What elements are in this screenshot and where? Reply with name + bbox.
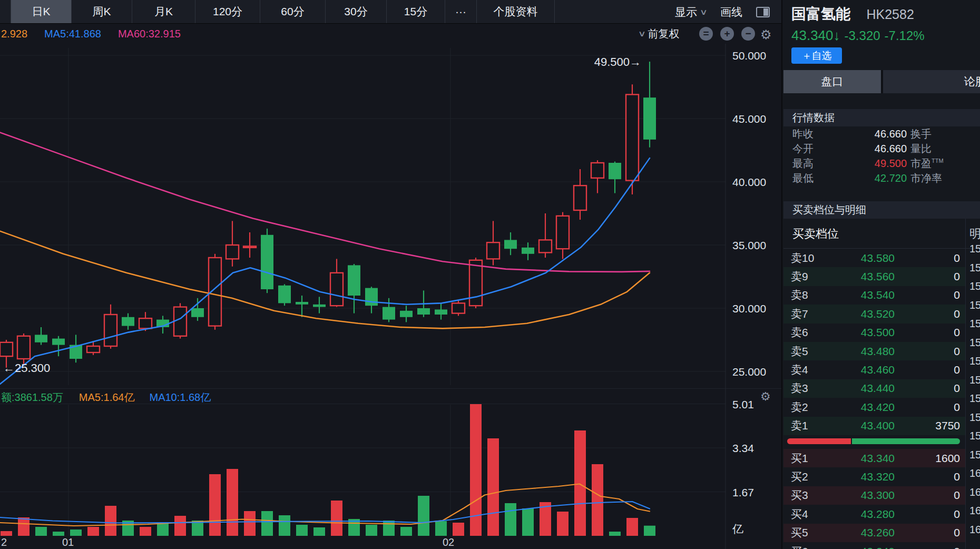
- candlestick-chart[interactable]: 50.00045.00040.00035.00030.00025.00049.5…: [0, 44, 781, 389]
- volume-bar: [383, 521, 395, 536]
- level-price: 43.320: [823, 470, 895, 483]
- level-label: 买1: [791, 451, 808, 466]
- level-label: 卖4: [791, 362, 808, 377]
- volume-bar: [453, 523, 464, 536]
- trade-time: 15: [969, 408, 980, 427]
- period-tab-个股资料[interactable]: 个股资料: [477, 0, 555, 23]
- bid-ask-ratio-bar: [787, 438, 960, 444]
- bid-row-买1[interactable]: 买143.3401600: [783, 449, 965, 467]
- ask-row-卖6[interactable]: 卖643.5000: [783, 323, 965, 342]
- bid-row-买3[interactable]: 买343.3000: [783, 486, 965, 505]
- trade-time: 15: [969, 427, 980, 446]
- period-tab-120分[interactable]: 120分: [195, 0, 260, 23]
- quote-label-2: 市盈TTM: [910, 156, 944, 171]
- candle-body-up: [243, 246, 256, 248]
- candle-body-up: [574, 185, 586, 210]
- candle-body-up: [556, 216, 569, 249]
- level-price: 43.280: [823, 508, 895, 521]
- quote-label: 昨收: [792, 127, 814, 141]
- trading-terminal: 日K周K月K120分60分30分15分···个股资料 显示 ∨ 画线 2.928…: [0, 0, 980, 549]
- level-volume: 0: [897, 489, 960, 502]
- period-tab-60分[interactable]: 60分: [260, 0, 326, 23]
- ask-row-卖1[interactable]: 卖143.4003750: [783, 417, 965, 435]
- candle-body-down: [278, 286, 291, 303]
- order-book-header: 买卖档位与明细: [783, 201, 980, 219]
- period-tab-日K[interactable]: 日K: [11, 0, 72, 23]
- candle-body-down: [643, 97, 656, 140]
- candle-body-up: [539, 240, 552, 252]
- volume-bar: [644, 526, 655, 536]
- tab-order-levels[interactable]: 买卖档位: [792, 226, 839, 242]
- candle-body-down: [296, 302, 308, 305]
- volume-bar: [105, 506, 116, 536]
- volume-axis-label: 亿: [732, 523, 743, 535]
- trade-time: 15: [969, 446, 980, 465]
- bid-row-买4[interactable]: 买443.2800: [783, 505, 965, 523]
- bid-row-买2[interactable]: 买243.3200: [783, 467, 965, 486]
- quote-label-2: 市净率: [910, 171, 942, 185]
- candle-body-down: [383, 307, 395, 320]
- ask-row-卖2[interactable]: 卖243.4200: [783, 398, 965, 416]
- level-price: 43.520: [823, 308, 895, 320]
- volume-legend: 额:3861.58万 MA5:1.64亿 MA10:1.68亿: [0, 389, 781, 406]
- quote-value: 46.660: [844, 143, 907, 155]
- ask-row-卖10[interactable]: 卖1043.5800: [783, 249, 965, 267]
- volume-chart[interactable]: 5.013.341.67亿20102: [0, 389, 781, 549]
- candle-body-up: [139, 318, 152, 328]
- period-tab-月K[interactable]: 月K: [132, 0, 195, 23]
- level-volume: 0: [897, 364, 960, 376]
- period-tab-···[interactable]: ···: [445, 0, 477, 23]
- ask-row-卖3[interactable]: 卖343.4400: [783, 379, 965, 398]
- level-price: 43.460: [823, 364, 895, 376]
- ask-row-卖4[interactable]: 卖443.4600: [783, 360, 965, 379]
- bid-row-买6[interactable]: 买643.2400: [783, 542, 965, 549]
- display-menu[interactable]: 显示 ∨: [675, 5, 707, 19]
- ask-row-卖9[interactable]: 卖943.5600: [783, 267, 965, 286]
- candle-body-up: [452, 303, 465, 313]
- level-volume: 0: [897, 526, 960, 539]
- volume-bar: [574, 430, 586, 536]
- adjust-mode-dropdown[interactable]: ∨ 前复权: [639, 24, 680, 44]
- price-axis-label: 25.000: [732, 366, 766, 378]
- month-axis-label: 01: [62, 536, 74, 548]
- level-volume: 0: [897, 252, 960, 264]
- panel-tab-论股[interactable]: 论股: [883, 70, 980, 93]
- panel-tab-盘口[interactable]: 盘口: [783, 70, 881, 93]
- level-label: 卖10: [791, 251, 814, 266]
- quote-data-header: 行情数据: [783, 109, 980, 126]
- volume-bar: [227, 469, 238, 536]
- trade-time: 15: [969, 315, 980, 334]
- trade-time: 15: [969, 296, 980, 315]
- display-label: 显示: [675, 5, 697, 19]
- price-settings-gear-icon[interactable]: ⚙: [760, 28, 772, 41]
- candle-body-down: [122, 317, 134, 326]
- candle-body-up: [226, 245, 239, 259]
- price-change-pct: -7.12%: [885, 28, 925, 43]
- chevron-down-icon: ∨: [700, 7, 708, 17]
- zoom-in-icon[interactable]: +: [720, 27, 734, 41]
- period-tab-周K[interactable]: 周K: [72, 0, 132, 23]
- panel-toggle-icon[interactable]: [756, 7, 770, 17]
- level-volume: 3750: [897, 419, 960, 432]
- ask-row-卖8[interactable]: 卖843.5400: [783, 286, 965, 305]
- level-volume: 0: [897, 270, 960, 283]
- period-tab-15分[interactable]: 15分: [387, 0, 445, 23]
- period-tab-30分[interactable]: 30分: [326, 0, 387, 23]
- panel-tab-label: 论股: [964, 74, 980, 89]
- volume-bar: [209, 474, 221, 536]
- level-label: 卖2: [791, 400, 808, 415]
- candle-body-down: [52, 339, 65, 345]
- level-volume: 0: [897, 508, 960, 521]
- bid-row-买5[interactable]: 买543.2600: [783, 524, 965, 542]
- reset-zoom-icon[interactable]: =: [699, 27, 713, 41]
- price-change: -3.320: [845, 28, 880, 43]
- candle-body-down: [365, 288, 378, 306]
- ask-row-卖5[interactable]: 卖543.4800: [783, 342, 965, 360]
- level-volume: 1600: [897, 452, 960, 465]
- add-watchlist-button[interactable]: ＋自选: [791, 47, 842, 64]
- draw-line-button[interactable]: 画线: [720, 5, 742, 19]
- zoom-out-icon[interactable]: −: [741, 27, 755, 41]
- level-price: 43.500: [823, 326, 895, 339]
- ask-row-卖7[interactable]: 卖743.5200: [783, 305, 965, 323]
- candle-body-up: [330, 273, 343, 306]
